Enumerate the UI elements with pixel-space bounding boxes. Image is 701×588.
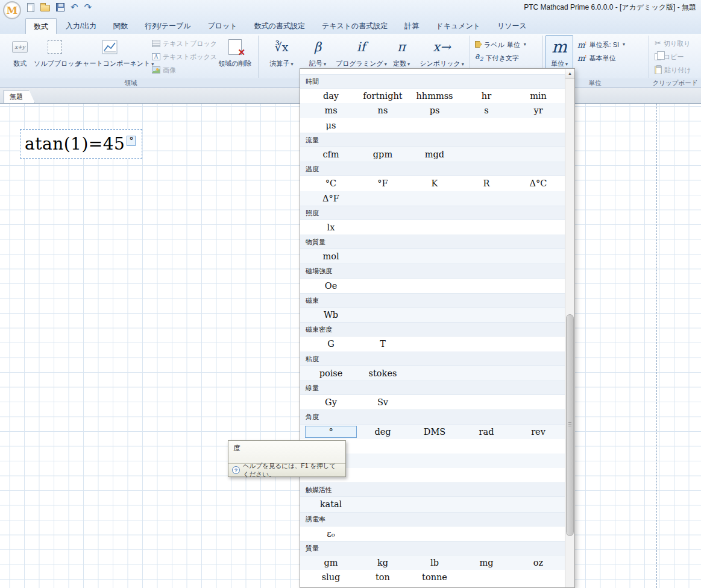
unit-option[interactable]: mg <box>461 555 512 570</box>
unit-option[interactable]: katal <box>305 497 357 511</box>
unit-option[interactable]: T <box>357 337 409 351</box>
chevron-down-icon: ▾ <box>462 62 464 67</box>
chart-component-button[interactable]: チャートコンポーネント▾ <box>76 36 143 78</box>
new-document-icon[interactable] <box>27 3 34 12</box>
scroll-up-button[interactable]: ▲ <box>565 69 574 79</box>
units-scrollbar[interactable]: ▲ <box>565 69 574 587</box>
ribbon-tab-item[interactable]: 入力/出力 <box>58 18 104 34</box>
unit-option[interactable]: DMS <box>409 425 461 439</box>
unit-option[interactable]: tonne <box>409 570 461 584</box>
unit-system-dropdown[interactable]: m! 単位系: SI ▾ <box>577 39 625 50</box>
unit-option[interactable]: ps <box>409 103 461 118</box>
insert-math-button[interactable]: x+y 数式 <box>6 36 34 78</box>
copy-button[interactable]: コピー <box>655 51 684 62</box>
unit-option[interactable]: °F <box>357 176 409 191</box>
paste-button[interactable]: 貼り付け <box>655 64 691 75</box>
unit-category-header: 磁束 <box>300 293 565 308</box>
unit-option[interactable]: μs <box>305 118 357 133</box>
redo-icon[interactable]: ↷ <box>84 2 92 12</box>
unit-category-header: 時間 <box>300 74 565 89</box>
open-file-icon[interactable] <box>40 5 50 11</box>
unit-option[interactable]: ton <box>357 570 409 584</box>
equation-region[interactable]: atan(1)=45 ° <box>20 129 142 159</box>
unit-option[interactable]: mgd <box>409 147 461 162</box>
labels-dropdown[interactable]: ラベル 単位 ▾ <box>475 39 526 50</box>
unit-row: gmkglbmgoz <box>300 555 565 570</box>
unit-option[interactable]: gpm <box>357 147 409 162</box>
unit-option[interactable]: slug <box>305 570 357 584</box>
ribbon-tab-active[interactable]: 数式 <box>25 18 57 34</box>
image-icon <box>152 66 160 74</box>
unit-option[interactable]: Sv <box>357 395 409 409</box>
text-block-label: テキストブロック <box>163 38 217 49</box>
unit-option[interactable]: yr <box>512 103 564 118</box>
ribbon-tab-item[interactable]: 関数 <box>105 18 136 34</box>
regions-group-label: 領域 <box>5 79 257 87</box>
unit-option[interactable]: lx <box>305 220 357 235</box>
cut-button[interactable]: ✂ 切り取り <box>655 37 690 49</box>
ribbon-tab-item[interactable]: テキストの書式設定 <box>314 18 395 34</box>
unit-row: msnspssyr <box>300 103 565 118</box>
ribbon-tab-item[interactable]: プロット <box>200 18 245 34</box>
unit-option[interactable]: s <box>461 103 512 118</box>
base-units-button[interactable]: m! 基本単位 <box>577 52 616 63</box>
unit-option[interactable]: Wb <box>305 308 357 322</box>
unit-option[interactable]: cfm <box>305 147 357 162</box>
unit-option[interactable]: kg <box>357 555 409 570</box>
ribbon-tab-item[interactable]: リソース <box>489 18 535 34</box>
delete-region-button[interactable]: ✕ 領域の削除 <box>215 36 256 78</box>
unit-option[interactable]: min <box>512 89 564 103</box>
undo-icon[interactable]: ↶ <box>71 2 78 12</box>
unit-option[interactable]: rev <box>512 425 564 439</box>
unit-option[interactable]: ε₀ <box>305 526 357 541</box>
unit-option[interactable]: ns <box>357 103 409 118</box>
unit-category-header: 誘電率 <box>300 512 565 526</box>
unit-option-selected[interactable]: ° <box>305 426 357 438</box>
unit-option[interactable]: day <box>305 89 357 103</box>
unit-option[interactable]: mol <box>305 249 357 264</box>
text-box-button[interactable]: A テキストボックス <box>152 51 217 62</box>
operators-button[interactable]: ∛x 演算子▾ <box>264 36 299 78</box>
unit-option[interactable]: Δ°F <box>305 191 357 206</box>
unit-option[interactable]: Gy <box>305 395 357 409</box>
unit-option[interactable]: poise <box>305 366 357 381</box>
ribbon-tab-item[interactable]: ドキュメント <box>428 18 488 34</box>
unit-option[interactable]: stokes <box>357 366 409 381</box>
top-chrome: M ↶ ↷ PTC Mathcad Prime 6.0.0.0 - [アカデミッ… <box>0 0 701 34</box>
unit-option[interactable]: ms <box>305 103 357 118</box>
unit-option[interactable]: °C <box>305 176 357 191</box>
app-menu-button[interactable]: M <box>3 1 21 19</box>
ribbon-tab-item[interactable]: 行列/テーブル <box>137 18 198 34</box>
unit-option[interactable]: Δ°C <box>512 176 564 191</box>
unit-option[interactable]: fortnight <box>357 89 409 103</box>
unit-option[interactable]: hhmmss <box>409 89 461 103</box>
ribbon-tab-item[interactable]: 数式の書式設定 <box>247 18 313 34</box>
subscript-button[interactable]: a2 下付き文字 <box>475 52 519 63</box>
unit-option[interactable]: oz <box>512 555 564 570</box>
unit-category-header: 磁束密度 <box>300 322 565 337</box>
unit-category-header: 粘度 <box>300 352 565 366</box>
delete-region-icon: ✕ <box>228 39 242 55</box>
titlebar: M ↶ ↷ PTC Mathcad Prime 6.0.0.0 - [アカデミッ… <box>0 0 701 14</box>
subscript-icon: a2 <box>475 51 483 65</box>
quick-access-toolbar: ↶ ↷ <box>27 2 92 13</box>
insert-image-button[interactable]: 画像 <box>152 64 176 75</box>
unit-option[interactable]: rad <box>461 425 512 439</box>
ribbon-tab-item[interactable]: 計算 <box>397 18 427 34</box>
save-icon[interactable] <box>56 3 64 11</box>
scroll-thumb[interactable] <box>566 314 574 536</box>
constants-icon: π <box>397 40 406 54</box>
solve-block-button[interactable]: ソルブブロック <box>34 36 76 78</box>
text-block-button[interactable]: テキストブロック <box>152 37 217 49</box>
unit-option[interactable]: hr <box>461 89 512 103</box>
equation-unit-placeholder[interactable]: ° <box>127 136 136 146</box>
unit-option[interactable]: G <box>305 337 357 351</box>
unit-option[interactable]: K <box>409 176 461 191</box>
document-tab[interactable]: 無題 <box>4 90 35 103</box>
unit-option[interactable]: Oe <box>305 279 357 293</box>
unit-option[interactable]: gm <box>305 555 357 570</box>
paste-label: 貼り付け <box>664 65 691 75</box>
unit-option[interactable]: deg <box>357 425 409 439</box>
unit-option[interactable]: R <box>461 176 512 191</box>
unit-option[interactable]: lb <box>409 555 461 570</box>
